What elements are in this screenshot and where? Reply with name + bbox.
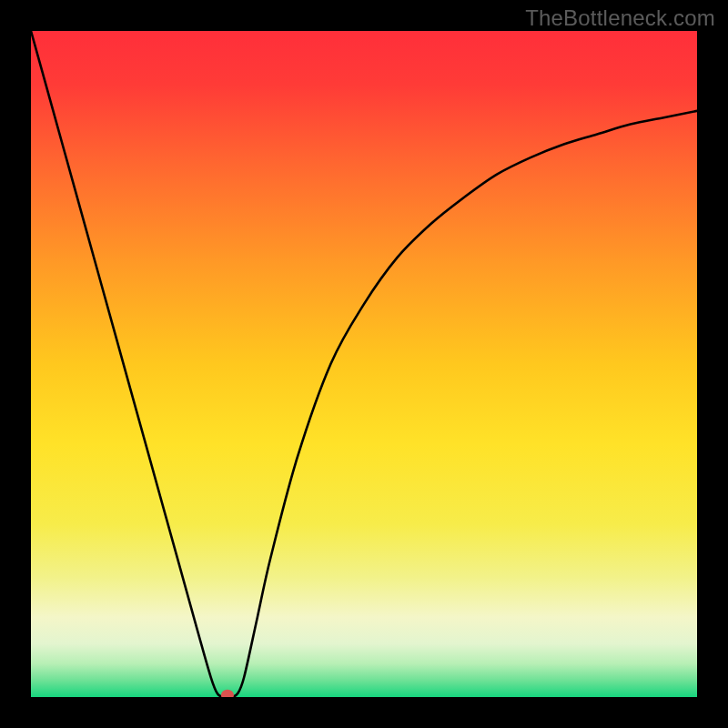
curve-line — [31, 31, 697, 697]
chart-frame: TheBottleneck.com — [0, 0, 728, 728]
marker-dot — [221, 690, 234, 697]
watermark-text: TheBottleneck.com — [525, 5, 715, 31]
plot-area — [31, 31, 697, 697]
curve-layer — [31, 31, 697, 697]
